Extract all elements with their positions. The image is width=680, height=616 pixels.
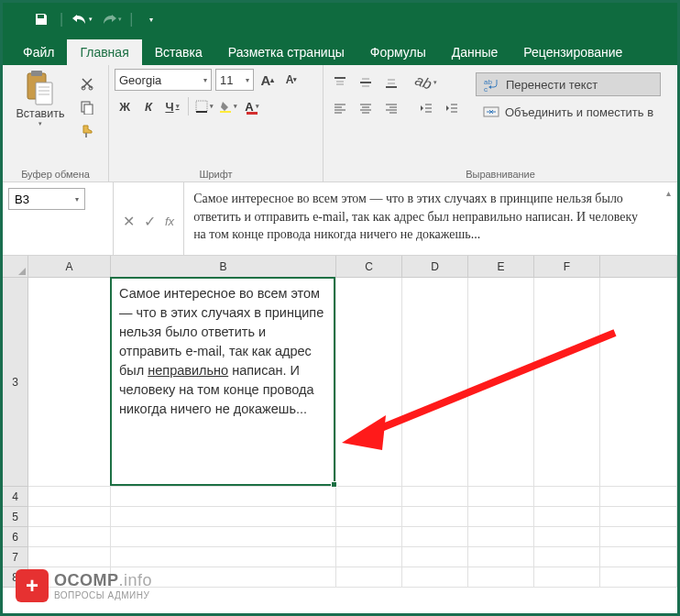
font-size-combo[interactable]: 11▾: [215, 69, 254, 91]
underline-button[interactable]: Ч: [162, 96, 182, 116]
tab-insert[interactable]: Вставка: [142, 39, 215, 65]
borders-button[interactable]: [194, 96, 214, 116]
save-button[interactable]: [28, 7, 54, 31]
clipboard-group-label: Буфер обмена: [8, 167, 103, 180]
row-header[interactable]: 6: [3, 527, 28, 547]
cell[interactable]: [402, 567, 468, 588]
fill-handle[interactable]: [331, 481, 337, 488]
cell[interactable]: [402, 278, 468, 487]
row-header[interactable]: 4: [3, 487, 28, 507]
tab-home[interactable]: Главная: [67, 39, 141, 65]
redo-button[interactable]: ▾: [98, 7, 124, 31]
cell[interactable]: [534, 278, 600, 487]
cell[interactable]: [468, 567, 534, 588]
cell[interactable]: [534, 527, 600, 547]
align-left-button[interactable]: [329, 98, 351, 118]
cell[interactable]: [402, 547, 468, 567]
formula-text[interactable]: Самое интересное во всем этом — что в эт…: [184, 182, 659, 255]
ribbon-tabs: Файл Главная Вставка Разметка страницы Ф…: [3, 36, 677, 65]
cell[interactable]: [468, 547, 534, 567]
column-header[interactable]: A: [28, 256, 111, 278]
cancel-formula-button[interactable]: ✕: [123, 213, 135, 230]
undo-button[interactable]: ▾: [69, 7, 94, 31]
column-header[interactable]: F: [534, 256, 600, 278]
cell[interactable]: [28, 527, 111, 547]
decrease-indent-button[interactable]: [415, 98, 437, 118]
format-painter-button[interactable]: [76, 122, 98, 140]
cell[interactable]: [468, 507, 534, 527]
paste-icon[interactable]: [22, 69, 59, 107]
wrap-icon: abc: [484, 77, 500, 92]
cell[interactable]: [534, 567, 600, 588]
cut-button[interactable]: [76, 74, 98, 93]
cell[interactable]: [468, 527, 534, 547]
name-box[interactable]: B3 ▾: [8, 188, 85, 210]
cell[interactable]: [468, 487, 534, 507]
paste-label[interactable]: Вставить: [16, 107, 65, 120]
tab-review[interactable]: Рецензирование: [510, 39, 635, 65]
cell[interactable]: [111, 527, 336, 547]
select-all-corner[interactable]: [3, 256, 28, 278]
decrease-font-button[interactable]: A▾: [281, 70, 302, 90]
fill-color-button[interactable]: [218, 96, 238, 116]
tab-file[interactable]: Файл: [10, 39, 67, 65]
svg-rect-11: [196, 101, 207, 112]
cell[interactable]: [336, 487, 402, 507]
cell[interactable]: [28, 507, 111, 527]
tab-formulas[interactable]: Формулы: [357, 39, 439, 65]
font-group-label: Шрифт: [115, 167, 317, 180]
copy-button[interactable]: [76, 98, 98, 116]
tab-data[interactable]: Данные: [439, 39, 511, 65]
insert-function-button[interactable]: fx: [165, 214, 174, 228]
cell[interactable]: [402, 507, 468, 527]
cell[interactable]: [336, 527, 402, 547]
cell[interactable]: [534, 487, 600, 507]
cell[interactable]: [28, 487, 111, 507]
worksheet-grid[interactable]: 345678 ABCDEF Самое интересное во всем э…: [3, 256, 677, 588]
selected-cell[interactable]: Самое интересное во всем этом — что в эт…: [110, 277, 335, 486]
cell[interactable]: [468, 278, 534, 487]
align-right-button[interactable]: [380, 98, 402, 118]
italic-button[interactable]: К: [138, 96, 159, 116]
enter-formula-button[interactable]: ✓: [144, 213, 156, 230]
cell[interactable]: [336, 547, 402, 567]
bold-button[interactable]: Ж: [115, 96, 135, 116]
cell[interactable]: [28, 547, 111, 567]
increase-indent-button[interactable]: [441, 98, 463, 118]
cell[interactable]: [402, 487, 468, 507]
column-header[interactable]: E: [468, 256, 534, 278]
merge-center-button[interactable]: Объединить и поместить в: [476, 100, 661, 124]
customize-qat-button[interactable]: ▾: [138, 7, 164, 31]
row-header[interactable]: 5: [3, 507, 28, 527]
merge-icon: [483, 104, 499, 119]
align-bottom-button[interactable]: [380, 72, 402, 93]
column-header[interactable]: C: [336, 256, 402, 278]
row-header[interactable]: 3: [3, 278, 28, 487]
cell[interactable]: [111, 507, 336, 527]
cell[interactable]: [336, 567, 402, 588]
orientation-button[interactable]: ab▾: [415, 72, 437, 93]
increase-font-button[interactable]: A▴: [258, 70, 278, 90]
title-bar: | ▾ ▾ | ▾: [3, 3, 677, 36]
cell[interactable]: [336, 507, 402, 527]
align-center-button[interactable]: [355, 98, 377, 118]
column-header[interactable]: B: [111, 256, 336, 278]
cell[interactable]: [402, 527, 468, 547]
watermark: + OCOMP.info ВОПРОСЫ АДМИНУ: [16, 569, 152, 602]
align-middle-button[interactable]: [355, 72, 377, 93]
align-top-button[interactable]: [329, 72, 351, 93]
cell[interactable]: [336, 278, 402, 487]
cell[interactable]: [111, 487, 336, 507]
expand-formula-bar-button[interactable]: ▴: [659, 182, 677, 255]
font-color-button[interactable]: A: [242, 96, 262, 116]
font-name-combo[interactable]: Georgia▾: [115, 69, 212, 91]
cell[interactable]: [534, 547, 600, 567]
column-header[interactable]: D: [402, 256, 468, 278]
row-header[interactable]: 7: [3, 547, 28, 567]
cell[interactable]: [534, 507, 600, 527]
svg-rect-2: [36, 82, 52, 104]
tab-layout[interactable]: Разметка страницы: [215, 39, 357, 65]
cell[interactable]: [28, 278, 111, 487]
wrap-text-button[interactable]: abc Перенести текст: [476, 72, 661, 96]
cell[interactable]: [111, 547, 336, 567]
